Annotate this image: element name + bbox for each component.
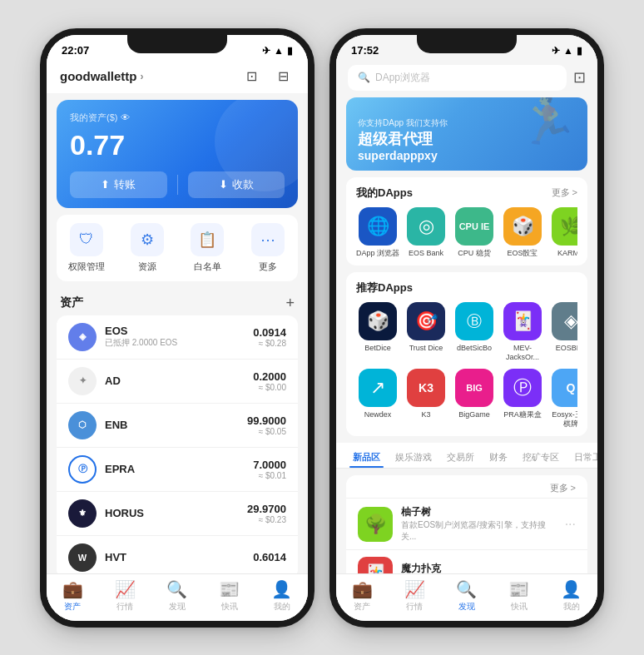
- horus-info: HORUS: [105, 507, 239, 519]
- ad-icon: ✦: [68, 367, 97, 395]
- resources-icon: ⚙: [131, 223, 164, 256]
- r-nav-profile[interactable]: 👤 我的: [545, 579, 597, 613]
- eos-bank-icon: ◎: [407, 207, 445, 246]
- eos-value: 0.0914: [253, 326, 286, 339]
- tab-games[interactable]: 娱乐游戏: [389, 446, 438, 468]
- list-item[interactable]: 🃏 MEV-JacksOr...: [501, 302, 544, 362]
- list-item[interactable]: 🌐 DApp 浏览器: [356, 207, 399, 258]
- list-item[interactable]: K3 K3: [404, 369, 448, 429]
- list-item[interactable]: ◎ EOS Bank: [404, 207, 448, 258]
- wallet-name[interactable]: goodwallettp ›: [60, 69, 144, 83]
- yuzushu-name: 柚子树: [401, 505, 557, 519]
- add-asset-button[interactable]: +: [285, 295, 295, 312]
- ad-info: AD: [105, 375, 245, 387]
- enb-info: ENB: [105, 419, 239, 431]
- nav-assets[interactable]: 💼 资产: [47, 579, 99, 613]
- eos-info: EOS 已抵押 2.0000 EOS: [105, 325, 245, 349]
- dapp-browser-icon: 🌐: [359, 207, 397, 246]
- discover-nav-label: 发现: [169, 601, 186, 613]
- tab-new[interactable]: 新品区: [346, 446, 387, 468]
- whitelist-label: 白名单: [194, 261, 221, 273]
- r-nav-assets[interactable]: 💼 资产: [336, 579, 389, 613]
- r-nav-market[interactable]: 📈 行情: [389, 579, 441, 613]
- biggame-icon: BIG: [455, 369, 493, 407]
- list-item[interactable]: 🎲 BetDice: [356, 302, 399, 362]
- newdex-icon: ↗: [359, 369, 397, 407]
- eos-icon: ◈: [68, 323, 97, 351]
- search-placeholder: DApp浏览器: [375, 71, 430, 85]
- cpu-icon: CPU IE: [455, 207, 493, 246]
- eosyx-label: Eosyx-三公棋牌: [549, 410, 577, 429]
- my-dapps-more[interactable]: 更多 >: [552, 186, 577, 199]
- r-nav-news[interactable]: 📰 快讯: [493, 579, 545, 613]
- tab-finance[interactable]: 财务: [483, 446, 514, 468]
- list-item[interactable]: 🌳 柚子树 首款EOS制户浏览器/搜索引擎，支持搜关... ···: [346, 498, 587, 549]
- grid-header-icon[interactable]: ⊟: [271, 65, 295, 88]
- qa-resources[interactable]: ⚙ 资源: [117, 223, 178, 273]
- pra-label: PRA糖果盒: [503, 410, 542, 419]
- epra-amount: 7.0000 ≈ $0.01: [253, 459, 286, 480]
- banner-sub-text: superdapppxy: [358, 149, 448, 162]
- transfer-button[interactable]: ⬆ 转账: [70, 171, 167, 198]
- list-item[interactable]: 🃏 魔力扑克 一款多人在线区块链扑克游戏 ···: [346, 549, 587, 573]
- more-label: 更多: [259, 261, 277, 273]
- list-item[interactable]: 🎲 EOS骰宝: [501, 207, 544, 258]
- tab-daily[interactable]: 日常工...: [567, 446, 597, 468]
- my-dapps-header: 我的DApps 更多 >: [356, 186, 577, 201]
- assets-section-header: 资产 +: [47, 288, 308, 315]
- list-item[interactable]: CPU IE CPU 稳货: [453, 207, 496, 258]
- tab-mining[interactable]: 挖矿专区: [516, 446, 566, 468]
- permissions-icon: 🛡: [70, 223, 103, 256]
- list-item[interactable]: ◈ EOSBET: [549, 302, 577, 362]
- receive-button[interactable]: ⬇ 收款: [188, 171, 285, 198]
- nav-news[interactable]: 📰 快讯: [203, 579, 255, 613]
- r-discover-nav-icon: 🔍: [456, 579, 477, 599]
- receive-icon: ⬇: [219, 178, 228, 191]
- permissions-label: 权限管理: [68, 261, 105, 273]
- assets-nav-label: 资产: [64, 601, 81, 613]
- list-item[interactable]: Q Eosyx-三公棋牌: [549, 369, 577, 429]
- list-item[interactable]: 🌿 KARMA: [549, 207, 577, 258]
- qa-more[interactable]: ⋯ 更多: [238, 223, 299, 273]
- tab-exchange[interactable]: 交易所: [440, 446, 481, 468]
- epra-usd: ≈ $0.01: [253, 471, 286, 480]
- qa-permissions[interactable]: 🛡 权限管理: [57, 223, 117, 273]
- r-profile-nav-label: 我的: [563, 601, 580, 613]
- nav-discover[interactable]: 🔍 发现: [151, 579, 204, 613]
- r-nav-discover[interactable]: 🔍 发现: [441, 579, 493, 613]
- enb-amount: 99.9000 ≈ $0.05: [247, 414, 286, 436]
- list-item[interactable]: BIG BigGame: [453, 369, 496, 429]
- new-apps-section: 更多 > 🌳 柚子树 首款EOS制户浏览器/搜索引擎，支持搜关... ··· 🃏: [346, 475, 587, 573]
- nav-market[interactable]: 📈 行情: [99, 579, 151, 613]
- scan-header-icon[interactable]: ⊡: [240, 65, 263, 88]
- qa-whitelist[interactable]: 📋 白名单: [177, 223, 238, 273]
- eosyx-icon: Q: [552, 369, 577, 407]
- list-item[interactable]: 🎯 Trust Dice: [404, 302, 448, 362]
- header-icons: ⊡ ⊟: [240, 65, 295, 88]
- list-item[interactable]: Ⓑ dBetSicBo: [453, 302, 496, 362]
- karma-icon: 🌿: [552, 207, 577, 246]
- my-dapps-title: 我的DApps: [356, 186, 413, 201]
- right-scan-icon[interactable]: ⊡: [573, 68, 586, 87]
- receive-label: 收款: [232, 177, 254, 192]
- horus-amount: 29.9700 ≈ $0.23: [247, 503, 286, 524]
- discover-nav-icon: 🔍: [166, 579, 187, 599]
- asset-label: 我的资产($) 👁: [70, 112, 285, 124]
- promo-banner[interactable]: 你支持DApp 我们支持你 超级君代理 superdapppxy 🏃: [346, 97, 587, 171]
- list-item[interactable]: ↗ Newdex: [356, 369, 399, 429]
- betdice-label: BetDice: [364, 344, 391, 353]
- epra-value: 7.0000: [253, 459, 286, 471]
- new-apps-more[interactable]: 更多 >: [550, 482, 576, 494]
- yuzushu-icon: 🌳: [358, 507, 393, 542]
- news-nav-label: 快讯: [221, 601, 238, 613]
- dapp-search-input[interactable]: 🔍 DApp浏览器: [348, 65, 567, 91]
- asset-amount: 0.77: [70, 129, 285, 161]
- r-assets-nav-icon: 💼: [352, 579, 373, 599]
- list-item[interactable]: Ⓟ PRA糖果盒: [501, 369, 544, 429]
- eos-bank-label: EOS Bank: [409, 249, 443, 258]
- hvt-value: 0.6014: [253, 551, 286, 563]
- recommend-dapps-row2: ↗ Newdex K3 K3 BIG BigGame Ⓟ: [356, 369, 577, 429]
- newdex-label: Newdex: [364, 410, 392, 419]
- nav-profile[interactable]: 👤 我的: [255, 579, 308, 613]
- right-phone: 17:52 ✈ ▲ ▮ 🔍 DApp浏览器 ⊡ 你支持: [329, 28, 604, 628]
